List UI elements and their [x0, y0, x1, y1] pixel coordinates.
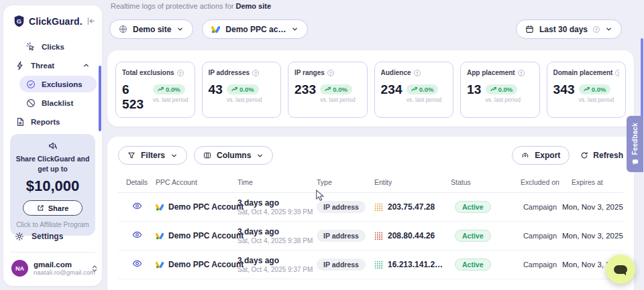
trend-up-icon: [490, 86, 496, 92]
table-toolbar: Filters Columns Export: [107, 137, 634, 173]
status-cell: Active: [451, 259, 518, 271]
affiliate-promo-card[interactable]: Share ClickGuard and get up to $10,000 S…: [10, 134, 95, 236]
trend-period: vs. last period: [320, 96, 355, 103]
sidebar-scrollbar-thumb[interactable]: [99, 66, 101, 131]
time-cell: 3 days ago Sat, Oct 4, 2025 9:37 PM: [237, 256, 317, 273]
sidebar-divider: [10, 252, 95, 252]
trend-up-icon: [411, 86, 417, 92]
avatar: NA: [11, 260, 28, 277]
ppc-account-cell: Demo PPC Account: [156, 202, 237, 212]
stat-value: 6 523: [122, 82, 149, 112]
sidebar-item-label: Reports: [31, 118, 60, 126]
details-cell: [118, 259, 156, 270]
type-cell: IP address: [317, 201, 374, 213]
ppc-account-cell: Demo PPC Account: [156, 260, 237, 269]
table-row-partial[interactable]: 3 days ago: [118, 279, 623, 290]
chat-bubble-icon: [614, 265, 627, 274]
export-download-icon: [521, 151, 529, 159]
trend-up-icon: [158, 86, 164, 92]
scope-selectors: Demo site Demo PPC ac…: [109, 19, 308, 39]
table-row[interactable]: Demo PPC Account 3 days ago Sat, Oct 4, …: [118, 250, 623, 279]
stat-card-app-placement: App placement? 13 0.0% vs. last period: [460, 62, 540, 118]
funnel-icon: [127, 151, 136, 159]
type-cell: IP address: [317, 230, 374, 242]
col-header-ppc-account[interactable]: PPC Account: [156, 178, 237, 186]
sidebar-item-reports[interactable]: Reports: [9, 113, 97, 130]
status-badge: Active: [455, 201, 491, 213]
sidebar-item-settings[interactable]: Settings: [15, 232, 63, 241]
trend-badge: 0.0%: [579, 84, 611, 94]
share-button[interactable]: Share: [23, 200, 83, 216]
columns-icon: [203, 151, 211, 159]
entity-cell: 16.213.141.2…: [374, 260, 451, 269]
help-icon[interactable]: ?: [177, 70, 184, 76]
help-icon[interactable]: ?: [518, 70, 525, 76]
page-scrollbar-thumb[interactable]: [641, 38, 643, 127]
chevron-down-icon: [605, 25, 612, 33]
ppc-account-cell: Demo PPC Account: [156, 231, 237, 240]
chevrons-up-down-icon: [91, 265, 98, 273]
excluded-on-cell: Campaign: [518, 261, 562, 269]
col-header-entity[interactable]: Entity: [374, 178, 451, 186]
eye-icon[interactable]: [132, 230, 142, 239]
refresh-icon: [580, 151, 588, 159]
type-badge: IP address: [317, 230, 366, 242]
exclusions-table: Details PPC Account Time Type Entity Sta…: [118, 173, 623, 290]
site-selector-value: Demo site: [133, 25, 171, 34]
status-badge: Active: [455, 230, 491, 242]
stat-card-ip-ranges: IP ranges? 233 0.0% vs. last period: [288, 62, 368, 118]
col-header-type[interactable]: Type: [317, 178, 374, 186]
ip-identicon: [374, 261, 383, 269]
table-row[interactable]: Demo PPC Account 3 days ago Sat, Oct 4, …: [118, 222, 623, 250]
sidebar-item-exclusions[interactable]: Exclusions: [19, 76, 97, 92]
trend-period: vs. last period: [407, 96, 441, 103]
feedback-tab[interactable]: Feedback: [627, 116, 643, 172]
stat-value: 13: [467, 82, 482, 97]
sidebar-item-clicks[interactable]: Clicks: [19, 38, 97, 55]
affiliate-link-label[interactable]: Click to Affiliate Program: [14, 221, 91, 228]
date-range-dropdown[interactable]: Last 30 days ?: [516, 19, 622, 39]
chat-launcher-button[interactable]: [606, 255, 635, 284]
report-file-icon: [15, 117, 25, 127]
type-badge: IP address: [317, 201, 366, 213]
ppc-account-selector-dropdown[interactable]: Demo PPC ac…: [202, 19, 308, 39]
help-icon[interactable]: ?: [327, 70, 334, 76]
svg-text:G: G: [17, 18, 21, 25]
chevron-down-icon: [176, 25, 184, 33]
sidebar-item-threat[interactable]: Threat: [9, 57, 97, 74]
columns-button[interactable]: Columns: [194, 146, 273, 165]
globe-icon: [119, 25, 127, 33]
col-header-time[interactable]: Time: [237, 178, 317, 186]
col-header-excluded-on[interactable]: Excluded on: [518, 178, 562, 186]
table-row[interactable]: Demo PPC Account 3 days ago Sat, Oct 4, …: [118, 193, 623, 222]
sidebar-collapse-icon[interactable]: [87, 17, 95, 25]
trend-up-icon: [584, 86, 590, 92]
filters-button[interactable]: Filters: [118, 146, 187, 165]
eye-icon[interactable]: [132, 202, 142, 210]
help-icon[interactable]: ?: [414, 70, 421, 76]
col-header-details[interactable]: Details: [118, 178, 156, 186]
eye-icon[interactable]: [132, 259, 142, 268]
col-header-status[interactable]: Status: [451, 178, 518, 186]
feedback-chat-icon: [632, 159, 639, 165]
export-button[interactable]: Export: [512, 146, 570, 165]
stat-card-domain-placement: Domain placement? 343 0.0% vs. last peri…: [547, 62, 627, 118]
ip-identicon: [374, 203, 383, 212]
sidebar-item-blacklist[interactable]: Blacklist: [19, 94, 97, 111]
help-icon[interactable]: ?: [615, 70, 619, 76]
details-cell: [118, 230, 156, 241]
time-cell: 3 days ago Sat, Oct 4, 2025 9:38 PM: [237, 227, 317, 244]
help-icon[interactable]: ?: [252, 70, 259, 76]
check-circle-icon: [26, 80, 36, 89]
account-switcher[interactable]: NA gmail.com naatali.ro@gmail.com: [11, 260, 98, 277]
feedback-label: Feedback: [631, 123, 639, 155]
stat-value: 43: [209, 82, 223, 97]
ip-identicon: [374, 232, 383, 240]
col-header-expires-at[interactable]: Expires at: [562, 178, 623, 186]
excluded-on-cell: Campaign: [518, 203, 562, 211]
site-selector-dropdown[interactable]: Demo site: [109, 19, 193, 39]
megaphone-icon: [14, 141, 91, 151]
expires-at-cell: Mon, Nov 3, 2025: [562, 232, 623, 240]
refresh-button[interactable]: Refresh: [580, 151, 623, 160]
trend-badge: 0.0%: [153, 84, 185, 94]
